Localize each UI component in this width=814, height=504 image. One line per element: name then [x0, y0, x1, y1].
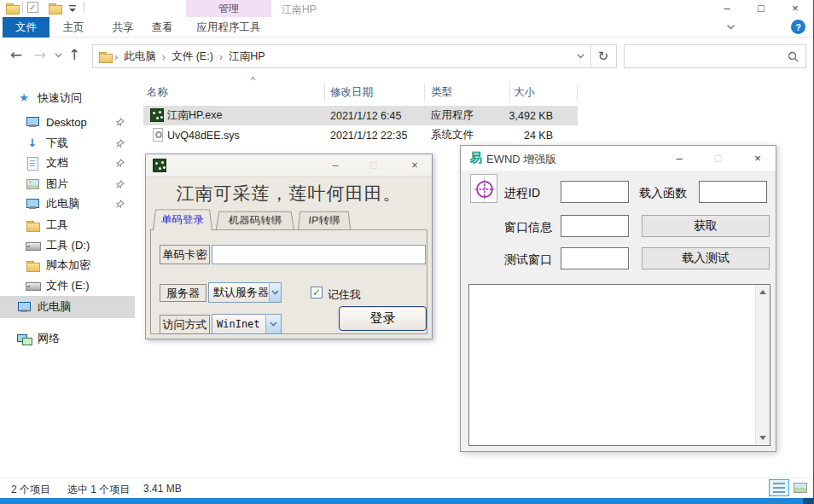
login-button[interactable]: 登录: [339, 306, 427, 331]
divider[interactable]: [577, 84, 578, 101]
breadcrumb-folder[interactable]: 江南HP: [225, 49, 268, 64]
test-window-input[interactable]: [561, 248, 628, 269]
pictures-icon: [26, 177, 39, 191]
back-icon[interactable]: ←: [10, 46, 22, 63]
tab-view[interactable]: 查看: [142, 17, 183, 38]
column-header-date[interactable]: 修改日期: [330, 81, 420, 104]
ribbon-tab-row: 文件 主页 共享 查看 应用程序工具 ?: [0, 17, 814, 38]
thumbnail-view-button[interactable]: [791, 479, 810, 496]
login-close-button[interactable]: ×: [402, 154, 427, 175]
tab-machine-rebind[interactable]: 机器码转绑: [216, 211, 294, 229]
load-test-button[interactable]: 载入测试: [642, 247, 770, 269]
sidebar-item-downloads[interactable]: ↓ 下载: [0, 133, 135, 154]
details-view-button[interactable]: [769, 479, 789, 496]
ewnd-minimize-button[interactable]: –: [660, 146, 699, 171]
quick-access-customize-icon[interactable]: [68, 5, 77, 12]
check-icon: ✓: [312, 287, 321, 298]
window-info-input[interactable]: [561, 216, 628, 236]
quick-access-checkbox-icon[interactable]: ✓: [27, 2, 38, 13]
access-method-select[interactable]: WinInet: [212, 314, 282, 334]
sidebar-item-pictures[interactable]: 图片: [0, 174, 135, 194]
file-row-sys[interactable]: UvQ48dEE.sys 2021/1/12 22:35 系统文件 24 KB: [143, 125, 578, 145]
file-name: 江南HP.exe: [167, 106, 321, 125]
sidebar-item-this-pc[interactable]: 此电脑: [0, 296, 135, 318]
show-desktop-edge: [803, 498, 814, 504]
card-key-input[interactable]: [212, 246, 425, 264]
sidebar-item-drive-d[interactable]: 工具 (D:): [0, 235, 135, 256]
remember-me-checkbox[interactable]: ✓: [311, 287, 323, 298]
pin-icon: [115, 139, 125, 148]
quick-access-folder-icon[interactable]: [5, 1, 19, 14]
explorer-window: ✓ 管理 江南HP – □ × 文件 主页 共享 查看 应用程序工具 ? ← →…: [0, 0, 814, 504]
sidebar-item-drive-e[interactable]: 文件 (E:): [0, 275, 135, 296]
column-header-size[interactable]: 大小: [514, 81, 573, 104]
process-id-field: [561, 181, 629, 203]
star-icon: ★: [17, 91, 31, 105]
drive-icon: [26, 239, 39, 252]
computer-icon: [26, 197, 39, 211]
scrollbar[interactable]: [755, 285, 770, 445]
ribbon-collapse-icon[interactable]: [726, 24, 736, 30]
divider: [22, 2, 23, 13]
column-header-type[interactable]: 类型: [431, 81, 506, 104]
load-func-input[interactable]: [700, 182, 766, 202]
drive-icon: [26, 279, 39, 293]
sidebar-item-quick-access[interactable]: ★ 快速访问: [0, 88, 135, 108]
login-minimize-button[interactable]: –: [323, 154, 348, 175]
details-view-icon: [773, 483, 785, 493]
window-finder-tool[interactable]: [470, 174, 497, 203]
get-button[interactable]: 获取: [642, 215, 770, 237]
chevron-right-icon: ›: [217, 50, 225, 63]
tab-ip-rebind[interactable]: IP转绑: [298, 211, 351, 229]
sidebar-item-documents[interactable]: 文档: [0, 153, 135, 173]
load-func-field: [699, 181, 767, 203]
divider[interactable]: [509, 84, 510, 101]
tab-app-tools[interactable]: 应用程序工具: [186, 17, 271, 38]
ewnd-titlebar: 易 EWND 增强版 – □ ×: [461, 146, 776, 171]
up-icon[interactable]: ↑: [68, 46, 80, 63]
scroll-up-icon[interactable]: [756, 285, 770, 299]
scroll-down-icon[interactable]: [756, 431, 770, 445]
tab-home[interactable]: 主页: [53, 17, 94, 38]
search-input[interactable]: [628, 47, 782, 66]
computer-icon: [17, 300, 31, 314]
chevron-right-icon: ›: [112, 50, 120, 63]
ewnd-title: EWND 增强版: [486, 152, 556, 167]
minimize-button[interactable]: –: [713, 0, 741, 15]
maximize-button[interactable]: □: [747, 0, 775, 15]
recent-locations-icon[interactable]: [55, 53, 62, 58]
sidebar-item-this-pc-pinned[interactable]: 此电脑: [0, 194, 135, 214]
file-date: 2021/1/12 6:45: [330, 106, 424, 125]
ewnd-close-button[interactable]: ×: [738, 146, 777, 171]
file-row-exe[interactable]: 江南HP.exe 2021/1/12 6:45 应用程序 3,492 KB: [143, 106, 578, 125]
server-select[interactable]: 默认服务器: [208, 282, 282, 303]
tab-card-login[interactable]: 单码登录: [153, 209, 212, 230]
breadcrumb-this-pc[interactable]: 此电脑: [120, 49, 160, 64]
breadcrumb-drive-e[interactable]: 文件 (E:): [168, 49, 217, 64]
tab-file[interactable]: 文件: [3, 17, 49, 38]
sidebar-item-tools-folder[interactable]: 工具: [0, 215, 135, 235]
test-window-field: [561, 247, 629, 269]
address-dropdown-icon[interactable]: [570, 45, 590, 67]
refresh-button[interactable]: ↻: [590, 44, 617, 68]
sidebar-item-network[interactable]: 网络: [0, 328, 135, 349]
log-textarea[interactable]: [468, 284, 770, 446]
help-icon[interactable]: ?: [791, 20, 805, 34]
file-name: UvQ48dEE.sys: [167, 125, 321, 145]
divider[interactable]: [324, 84, 325, 101]
tab-share[interactable]: 共享: [102, 17, 143, 38]
column-header-name[interactable]: 名称: [147, 81, 317, 104]
login-app-icon: [153, 159, 166, 172]
close-button[interactable]: ×: [782, 0, 809, 15]
login-maximize-button: □: [361, 154, 387, 175]
crosshair-icon: [474, 178, 496, 200]
sidebar-item-desktop[interactable]: Desktop: [0, 112, 135, 132]
sidebar-item-script-folder[interactable]: 脚本加密: [0, 255, 135, 275]
quick-access-folder2-icon[interactable]: [48, 1, 61, 14]
divider[interactable]: [424, 84, 425, 101]
load-func-label: 载入函数: [639, 186, 687, 201]
card-key-field: [212, 245, 426, 264]
breadcrumb: › 此电脑 › 文件 (E:) › 江南HP: [92, 44, 591, 68]
search-box: [624, 44, 806, 68]
process-id-input[interactable]: [561, 182, 628, 202]
